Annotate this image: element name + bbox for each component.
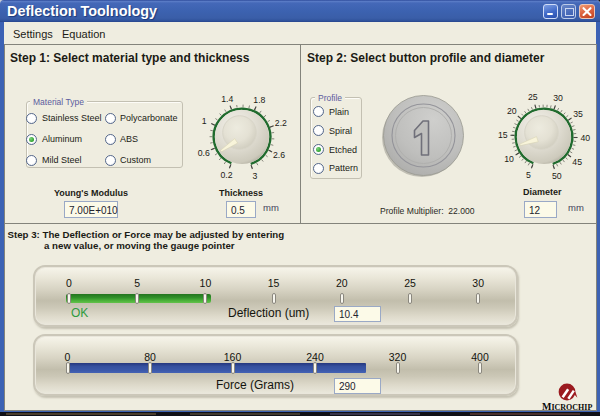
svg-text:2.2: 2.2: [275, 118, 287, 128]
svg-text:1: 1: [202, 116, 207, 126]
svg-text:0.2: 0.2: [220, 170, 232, 180]
svg-text:45: 45: [572, 157, 582, 167]
svg-text:50: 50: [552, 171, 562, 181]
svg-text:0.6: 0.6: [198, 148, 210, 158]
svg-text:30: 30: [553, 93, 563, 103]
svg-text:3: 3: [252, 171, 257, 181]
svg-text:25: 25: [528, 92, 538, 102]
svg-text:1.4: 1.4: [221, 94, 233, 104]
svg-text:20: 20: [507, 106, 517, 116]
svg-text:10: 10: [504, 154, 514, 164]
svg-text:40: 40: [580, 133, 590, 143]
svg-text:5: 5: [526, 170, 531, 180]
svg-text:35: 35: [573, 109, 583, 119]
svg-text:1.8: 1.8: [253, 95, 265, 105]
svg-text:2.6: 2.6: [273, 150, 285, 160]
svg-text:15: 15: [498, 130, 508, 140]
